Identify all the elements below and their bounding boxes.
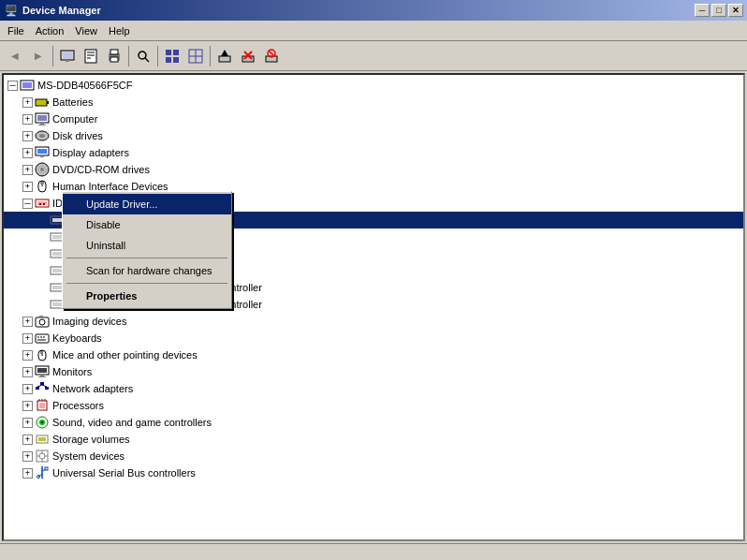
tree-item-mice[interactable]: + Mice and other pointing devices [4, 346, 743, 363]
mice-expand[interactable]: + [22, 350, 33, 361]
hid-expand[interactable]: + [22, 182, 33, 192]
svg-rect-33 [40, 123, 44, 125]
display-icon [35, 145, 50, 160]
menu-help[interactable]: Help [103, 22, 136, 40]
menu-view[interactable]: View [69, 22, 103, 40]
keyboards-label: Keyboards [52, 332, 102, 344]
menu-bar: File Action View Help [0, 21, 747, 41]
tree-item-network[interactable]: + Network adapters [4, 380, 743, 397]
svg-rect-78 [40, 382, 44, 385]
display-expand[interactable]: + [22, 148, 33, 158]
tree-item-usb[interactable]: + Universal Serial Bus controllers [4, 464, 743, 481]
view-by-connection-button[interactable] [184, 45, 207, 67]
context-menu-update-driver[interactable]: Update Driver... [63, 194, 231, 214]
monitors-label: Monitors [52, 366, 92, 377]
svg-rect-38 [37, 149, 47, 154]
svg-rect-28 [22, 82, 32, 88]
properties-button[interactable] [80, 45, 102, 67]
tree-item-sound[interactable]: + Sound, video and game controllers [4, 414, 743, 431]
svg-point-63 [39, 319, 45, 325]
keyboards-expand[interactable]: + [22, 333, 33, 344]
print-button[interactable] [103, 45, 125, 67]
svg-rect-21 [242, 56, 254, 62]
tree-item-processors[interactable]: + Processors [4, 397, 743, 414]
disk-expand[interactable]: + [22, 131, 33, 141]
svg-rect-32 [37, 115, 47, 121]
tree-root-node[interactable]: ─ MS-DDB40566F5CF [4, 77, 743, 94]
root-label: MS-DDB40566F5CF [37, 80, 132, 91]
system-expand[interactable]: + [22, 451, 33, 462]
minimize-button[interactable]: ─ [695, 4, 710, 17]
batteries-expand[interactable]: + [22, 97, 33, 108]
maximize-button[interactable]: □ [711, 4, 726, 17]
svg-marker-20 [221, 50, 228, 56]
svg-rect-100 [45, 467, 48, 470]
menu-file[interactable]: File [2, 22, 30, 40]
context-menu-separator-1 [66, 258, 227, 258]
context-menu-disable[interactable]: Disable [63, 214, 231, 235]
batteries-icon [35, 95, 50, 110]
svg-rect-69 [37, 339, 46, 341]
scan-hardware-button[interactable] [132, 45, 154, 67]
update-driver-toolbar-button[interactable] [213, 45, 236, 67]
close-button[interactable]: ✕ [728, 4, 743, 17]
context-menu: Update Driver... Disable Uninstall Scan … [62, 191, 232, 309]
svg-rect-2 [66, 60, 69, 62]
view-by-type-button[interactable] [161, 45, 183, 67]
svg-rect-34 [38, 125, 46, 125]
storage-expand[interactable]: + [22, 435, 33, 445]
svg-line-11 [145, 58, 149, 62]
storage-icon [35, 432, 50, 447]
svg-rect-57 [52, 269, 62, 273]
usb-expand[interactable]: + [22, 468, 33, 479]
network-expand[interactable]: + [22, 384, 33, 394]
imaging-label: Imaging devices [52, 316, 127, 327]
tree-item-imaging[interactable]: + Imaging devices [4, 313, 743, 330]
svg-rect-74 [37, 368, 47, 373]
context-menu-properties[interactable]: Properties [63, 286, 231, 306]
ide-icon [35, 196, 50, 211]
processors-expand[interactable]: + [22, 401, 33, 411]
device-manager-button[interactable] [56, 45, 79, 67]
tree-item-disk-drives[interactable]: + Disk drives [4, 127, 743, 144]
sound-expand[interactable]: + [22, 418, 33, 428]
monitors-expand[interactable]: + [22, 367, 33, 377]
svg-rect-47 [37, 201, 47, 205]
svg-rect-53 [52, 235, 62, 239]
ide-expand[interactable]: ─ [22, 199, 33, 209]
tree-item-dvd[interactable]: + DVD/CD-ROM drives [4, 161, 743, 178]
display-label: Display adapters [52, 147, 129, 158]
tree-item-monitors[interactable]: + Monitors [4, 363, 743, 380]
back-button[interactable]: ◀ [4, 45, 26, 67]
imaging-expand[interactable]: + [22, 317, 33, 327]
disable-toolbar-button[interactable] [260, 45, 283, 67]
system-label: System devices [52, 450, 124, 462]
mice-icon [35, 347, 50, 362]
computer-expand[interactable]: + [22, 114, 33, 125]
svg-rect-79 [45, 387, 49, 390]
tree-item-computer[interactable]: + Computer [4, 111, 743, 127]
monitors-icon [35, 364, 50, 379]
sound-label: Sound, video and game controllers [52, 417, 212, 428]
mice-label: Mice and other pointing devices [52, 349, 198, 361]
svg-line-26 [269, 51, 274, 56]
tree-item-batteries[interactable]: + Batteries [4, 94, 743, 111]
context-menu-uninstall[interactable]: Uninstall [63, 235, 231, 256]
svg-rect-59 [52, 286, 62, 289]
disk-icon [35, 128, 50, 143]
forward-button[interactable]: ▶ [27, 45, 50, 67]
tree-item-storage[interactable]: + Storage volumes [4, 431, 743, 448]
tree-item-system[interactable]: + System devices [4, 448, 743, 464]
batteries-label: Batteries [52, 96, 93, 108]
tree-item-display[interactable]: + Display adapters [4, 144, 743, 161]
uninstall-toolbar-button[interactable] [237, 45, 259, 67]
computer-icon [35, 111, 50, 126]
svg-rect-68 [43, 336, 45, 338]
svg-rect-49 [43, 203, 45, 205]
tree-item-keyboards[interactable]: + Keyboards [4, 330, 743, 346]
context-menu-scan[interactable]: Scan for hardware changes [63, 260, 231, 281]
svg-rect-83 [39, 403, 45, 408]
menu-action[interactable]: Action [30, 22, 70, 40]
dvd-expand[interactable]: + [22, 165, 33, 175]
root-expand-button[interactable]: ─ [7, 81, 18, 91]
